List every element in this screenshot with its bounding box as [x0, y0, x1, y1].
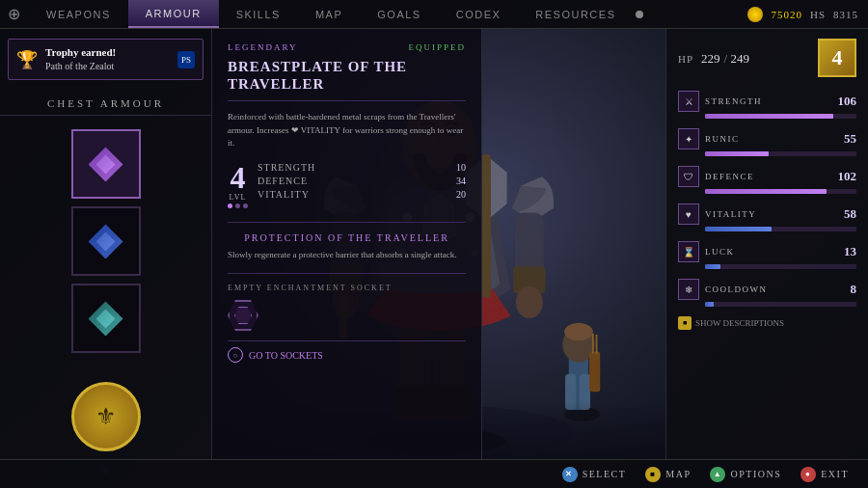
- vitality-value: 58: [844, 206, 856, 222]
- show-descriptions-btn[interactable]: ■ SHOW DESCRIPTIONS: [678, 316, 856, 330]
- strength-bar-bg: [705, 114, 856, 119]
- defence-bar-row: [705, 189, 856, 194]
- stat-defence-val: 34: [456, 176, 466, 186]
- cooldown-bar-bg: [705, 302, 856, 307]
- go-to-sockets-btn[interactable]: ○ GO TO SOCKETS: [228, 340, 466, 363]
- vitality-name: VITALITY: [705, 209, 838, 219]
- cooldown-bar-fill: [705, 302, 714, 307]
- runic-bar-fill: [705, 151, 769, 156]
- defence-icon: 🛡: [678, 166, 699, 187]
- stat-strength-val: 10: [456, 162, 466, 173]
- socket-section: EMPTY ENCHANTMENT SOCKET: [228, 273, 466, 331]
- vitality-bar-fill: [705, 227, 772, 231]
- defence-bar-fill: [705, 189, 827, 194]
- top-navigation: ⊕ WEAPONS ARMOUR SKILLS MAP GOALS CODEX …: [0, 0, 868, 29]
- cooldown-name: COOLDOWN: [705, 285, 845, 294]
- nav-currency-area: 75020 HS 8315: [747, 7, 868, 22]
- stat-row-strength: STRENGTH 10: [258, 162, 466, 173]
- stat-strength-row: ⚔ STRENGTH 106: [678, 91, 856, 112]
- ability-section: PROTECTION OF THE TRAVELLER Slowly regen…: [228, 222, 466, 262]
- nav-goals[interactable]: GOALS: [360, 0, 438, 28]
- svg-point-36: [564, 323, 593, 341]
- stat-vitality: ♥ VITALITY 58: [678, 203, 856, 231]
- select-action[interactable]: ✕ SELECT: [562, 467, 627, 482]
- strength-icon: ⚔: [678, 91, 699, 112]
- cross-button: ✕: [562, 467, 578, 482]
- bottom-medallion[interactable]: ⚜: [71, 382, 141, 451]
- nav-armour[interactable]: ARMOUR: [128, 0, 219, 28]
- cooldown-icon: ❄: [678, 279, 699, 300]
- trophy-text: Trophy earned! Path of the Zealot: [45, 45, 116, 73]
- item-description: Reinforced with battle-hardened metal sc…: [228, 111, 466, 150]
- item-stats: STRENGTH 10 DEFENCE 34 VITALITY 20: [258, 162, 466, 203]
- options-label: OPTIONS: [730, 469, 781, 479]
- luck-bar-row: [705, 264, 856, 269]
- stat-defence-row: 🛡 DEFENCE 102: [678, 166, 856, 187]
- item-name: BREASTPLATE OF THE TRAVELLER: [228, 58, 466, 101]
- item-stats-row: 4 LVL STRENGTH 10 DEFENCE 34 VITALITY 20: [228, 162, 466, 208]
- defence-value: 102: [838, 169, 857, 184]
- socket-hex: [228, 300, 258, 331]
- ps-icon: PS: [177, 51, 195, 68]
- level-dot-1: [228, 203, 232, 208]
- nav-home[interactable]: ⊕: [0, 0, 29, 28]
- center-panel: LEGENDARY EQUIPPED BREASTPLATE OF THE TR…: [212, 29, 482, 459]
- stat-vitality-row: ♥ VITALITY 58: [678, 203, 856, 225]
- stat-defence-label: DEFENCE: [258, 176, 308, 186]
- stat-luck-row: ⌛ LUCK 13: [678, 241, 856, 262]
- nav-codex[interactable]: CODEX: [439, 0, 519, 28]
- level-dot-3: [243, 203, 248, 208]
- nav-resources[interactable]: RESOURCES: [518, 0, 633, 28]
- nav-gems-icon: [636, 11, 643, 18]
- vitality-bar-row: [705, 227, 856, 231]
- options-action[interactable]: ▲ OPTIONS: [710, 467, 781, 482]
- trophy-icon: 🏆: [16, 49, 38, 70]
- triangle-button: ▲: [710, 467, 725, 482]
- circle-button: ●: [800, 467, 816, 482]
- armour-slot-3[interactable]: [71, 284, 141, 353]
- stat-luck: ⌛ LUCK 13: [678, 241, 856, 269]
- hp-current: 229: [701, 51, 720, 66]
- medallion-symbol: ⚜: [95, 403, 117, 430]
- stat-runic: ✦ RUNIC 55: [678, 128, 856, 156]
- stat-defence: 🛡 DEFENCE 102: [678, 166, 856, 194]
- ability-desc: Slowly regenerate a protective barrier t…: [228, 249, 466, 262]
- player-level-badge: 4: [818, 39, 856, 77]
- exit-action[interactable]: ● EXIT: [800, 467, 849, 482]
- level-dot-2: [235, 203, 240, 208]
- currency-value: 75020: [771, 9, 802, 20]
- hp-max: 249: [730, 51, 749, 66]
- square-button-icon: ■: [678, 316, 692, 330]
- exit-label: EXIT: [821, 469, 849, 479]
- runic-name: RUNIC: [705, 134, 838, 144]
- hp-row: HP 229 / 249 4: [678, 39, 856, 77]
- nav-weapons[interactable]: WEAPONS: [29, 0, 128, 28]
- defence-name: DEFENCE: [705, 172, 832, 181]
- defence-bar-bg: [705, 189, 856, 194]
- luck-bar-bg: [705, 264, 856, 269]
- item-level-box: 4 LVL: [228, 162, 248, 208]
- socket-hex-inner: [234, 307, 252, 324]
- runic-bar-bg: [705, 151, 856, 156]
- vitality-bar-bg: [705, 227, 856, 231]
- slot-gem-inner-1: [96, 154, 116, 174]
- map-action[interactable]: ■ MAP: [645, 467, 691, 482]
- ability-title: PROTECTION OF THE TRAVELLER: [228, 232, 466, 243]
- level-dots: [228, 203, 248, 208]
- cooldown-bar-row: [705, 302, 856, 307]
- item-level-num: 4: [231, 162, 246, 193]
- select-label: SELECT: [583, 469, 627, 479]
- slot-gem-2: [89, 224, 123, 258]
- chest-armour-title: CHEST ARMOUR: [0, 90, 211, 116]
- stat-cooldown: ❄ COOLDOWN 8: [678, 279, 856, 307]
- svg-rect-37: [589, 352, 600, 393]
- slot-gem-inner-2: [96, 231, 116, 251]
- armour-slot-2[interactable]: [71, 206, 141, 276]
- socket-label: EMPTY ENCHANTMENT SOCKET: [228, 284, 466, 292]
- armour-slot-list: [0, 120, 211, 363]
- nav-skills[interactable]: SKILLS: [219, 0, 298, 28]
- armour-slot-1[interactable]: [71, 129, 141, 199]
- circle-icon: ○: [228, 347, 243, 363]
- hp-display: HP 229 / 249: [678, 49, 749, 67]
- nav-map[interactable]: MAP: [298, 0, 360, 28]
